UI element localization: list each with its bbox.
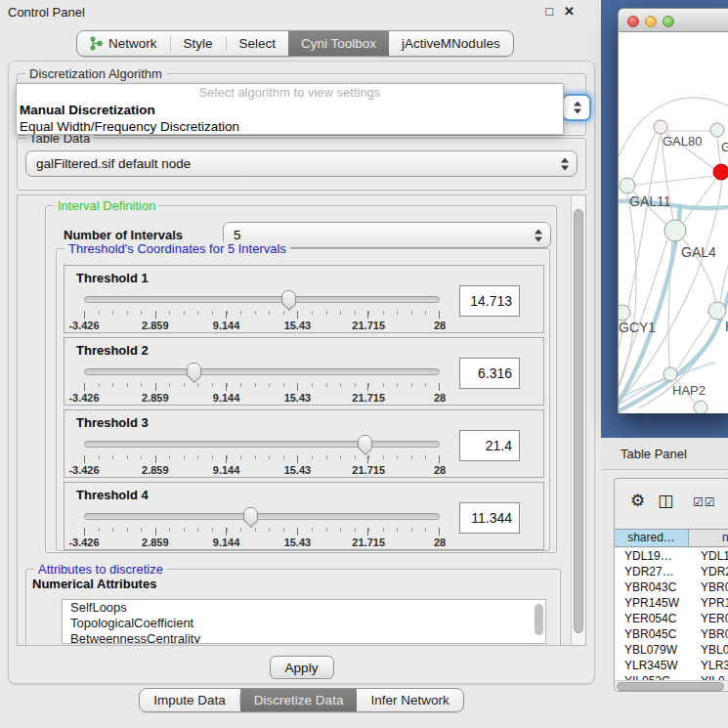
node-gal80[interactable] (654, 120, 667, 134)
column-header-name[interactable]: na (689, 530, 728, 546)
settings-scrollbar[interactable] (571, 195, 585, 645)
table-row[interactable]: YDR27…YDR2 (615, 564, 728, 579)
slider-track[interactable] (84, 296, 440, 303)
node-gal4[interactable] (664, 220, 686, 241)
threshold-2-value-field[interactable]: 6.316 (459, 358, 520, 389)
table-row[interactable]: YBL079WYBL0 (615, 642, 728, 658)
table-cell[interactable]: YBL0 (689, 642, 728, 658)
tab-discretize-data[interactable]: Discretize Data (240, 689, 358, 711)
list-item-selfloops[interactable]: SelfLoops (63, 600, 545, 616)
table-cell[interactable]: YPR1 (689, 595, 728, 611)
table-cell[interactable]: YBR0 (689, 579, 728, 595)
numerical-attributes-list: SelfLoops TopologicalCoefficient Between… (62, 599, 546, 644)
table-row[interactable]: YPR145WYPR1 (615, 595, 728, 611)
table-row[interactable]: YER054CYER0 (615, 611, 728, 626)
scrollbar-thumb[interactable] (535, 604, 543, 635)
network-window-titlebar[interactable] (618, 8, 728, 32)
table-toolbar: ⚙ ◫ ☑☑ (615, 479, 728, 529)
close-window-icon[interactable]: ✕ (564, 4, 575, 19)
gear-icon[interactable]: ⚙ (630, 491, 645, 510)
slider-thumb[interactable] (281, 290, 296, 305)
settings-scrollpane: Interval Definition Number of Intervals … (17, 194, 586, 646)
slider-thumb[interactable] (358, 435, 372, 450)
table-horizontal-scrollbar[interactable] (615, 680, 728, 692)
node-h[interactable] (708, 302, 726, 320)
threshold-1-slider[interactable]: -3.4262.8599.14415.4321.71528 (84, 289, 440, 332)
table-data-combobox[interactable]: galFiltered.sif default node (25, 150, 578, 177)
slider-track[interactable] (84, 513, 440, 520)
interval-definition-group: Interval Definition Number of Intervals … (45, 205, 557, 553)
column-layout-icon[interactable]: ◫ (658, 491, 673, 510)
table-row[interactable]: YBR043CYBR0 (615, 579, 728, 595)
table-panel-title: Table Panel (621, 447, 687, 461)
node-gal11[interactable] (620, 178, 635, 193)
tab-style[interactable]: Style (171, 31, 226, 56)
attributes-group: Attributes to discretize Numerical Attri… (25, 569, 561, 646)
table-row[interactable]: YIL052CYIL0 (615, 673, 728, 680)
tab-cyni-toolbox[interactable]: Cyni Toolbox (288, 31, 389, 56)
column-header-shared-name[interactable]: shared… (615, 530, 689, 546)
table-cell[interactable]: YBR0 (689, 626, 728, 642)
table-cell[interactable]: YBR045C (615, 626, 689, 642)
table-cell[interactable]: YLR345W (615, 658, 689, 673)
tab-infer-network[interactable]: Infer Network (357, 689, 462, 711)
tab-network[interactable]: Network (77, 31, 170, 56)
network-view[interactable]: GAL80 G C GAL11 GAL4 GCY1 H HAP2 (618, 32, 728, 413)
table-cell[interactable]: YBL079W (615, 642, 689, 658)
table-cell[interactable]: YIL0 (689, 673, 728, 680)
bottom-tab-bar: Impute Data Discretize Data Infer Networ… (0, 688, 603, 712)
apply-button[interactable]: Apply (270, 656, 334, 679)
threshold-2-slider[interactable]: -3.4262.8599.14415.4321.71528 (84, 362, 440, 405)
threshold-4-slider[interactable]: -3.4262.8599.14415.4321.71528 (84, 506, 440, 549)
list-item-betweennesscentrality[interactable]: BetweennessCentrality (63, 631, 545, 644)
table-cell[interactable]: YLR3 (689, 658, 728, 673)
minimize-traffic-light-icon[interactable] (645, 16, 657, 27)
table-data-selected-value: galFiltered.sif default node (36, 156, 191, 171)
node-red[interactable] (713, 164, 728, 180)
node-hap2[interactable] (664, 367, 677, 381)
node-gcy1[interactable] (619, 305, 630, 321)
list-scrollbar[interactable] (535, 602, 543, 641)
zoom-traffic-light-icon[interactable] (663, 16, 674, 27)
select-columns-icon[interactable]: ☑☑ (693, 495, 716, 509)
table-cell[interactable]: YDL19… (615, 548, 689, 564)
node-label-gal11: GAL11 (629, 193, 671, 209)
float-window-icon[interactable]: □ (545, 4, 553, 19)
slider-thumb[interactable] (243, 507, 258, 522)
node-g[interactable] (710, 123, 724, 137)
tick-label: 15.43 (284, 464, 312, 476)
tab-discretize-data-label: Discretize Data (254, 693, 344, 707)
node-bottom[interactable] (694, 401, 707, 413)
table-cell[interactable]: YDL1 (689, 548, 728, 564)
slider-track[interactable] (84, 368, 440, 375)
dropdown-option-equal-width-frequency[interactable]: Equal Width/Frequency Discretization (17, 118, 563, 135)
slider-thumb[interactable] (187, 363, 201, 377)
list-item-topologicalcoefficient[interactable]: TopologicalCoefficient (63, 616, 545, 631)
close-traffic-light-icon[interactable] (627, 16, 639, 27)
threshold-3-slider[interactable]: -3.4262.8599.14415.4321.71528 (84, 434, 440, 477)
slider-track[interactable] (84, 441, 440, 448)
threshold-4-value-field[interactable]: 11.344 (459, 502, 520, 534)
tab-jactivemnodules[interactable]: jActiveMNodules (389, 31, 513, 56)
dropdown-option-manual-discretization[interactable]: Manual Discretization (17, 102, 563, 118)
number-of-intervals-label: Number of Intervals (64, 228, 183, 242)
control-panel-window: Control Panel □ ✕ Network Style (0, 0, 603, 728)
table-row[interactable]: YBR045CYBR0 (615, 626, 728, 642)
table-cell[interactable]: YER054C (615, 611, 689, 626)
tab-select[interactable]: Select (227, 31, 289, 56)
table-row[interactable]: YLR345WYLR3 (615, 658, 728, 673)
scrollbar-thumb[interactable] (617, 682, 724, 691)
table-cell[interactable]: YDR2 (689, 564, 728, 579)
algorithm-group-title: Discretization Algorithm (25, 66, 166, 81)
tab-impute-data[interactable]: Impute Data (140, 689, 239, 711)
table-cell[interactable]: YBR043C (615, 579, 689, 595)
table-row[interactable]: YDL19…YDL1 (615, 548, 728, 564)
table-cell[interactable]: YIL052C (615, 673, 689, 680)
algorithm-combobox[interactable] (562, 94, 591, 121)
table-cell[interactable]: YER0 (689, 611, 728, 626)
threshold-3-value-field[interactable]: 21.4 (459, 430, 520, 461)
threshold-1-value-field[interactable]: 14.713 (459, 285, 520, 317)
table-cell[interactable]: YPR145W (615, 595, 689, 611)
table-cell[interactable]: YDR27… (615, 564, 689, 579)
scrollbar-thumb[interactable] (574, 209, 583, 633)
